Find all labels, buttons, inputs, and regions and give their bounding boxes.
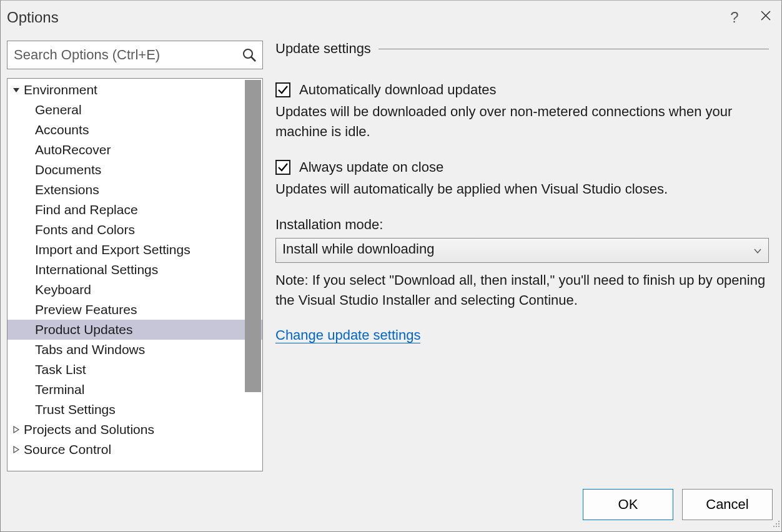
- tree-item-autorecover[interactable]: AutoRecover: [7, 140, 262, 160]
- tree-item-accounts[interactable]: Accounts: [7, 120, 262, 140]
- tree-node-projects[interactable]: Projects and Solutions: [7, 420, 262, 440]
- tree-node-label: Projects and Solutions: [24, 422, 154, 437]
- tree-item-general[interactable]: General: [7, 100, 262, 120]
- tree-item-keyboard[interactable]: Keyboard: [7, 280, 262, 300]
- svg-point-7: [778, 526, 780, 527]
- tree-item-preview-features[interactable]: Preview Features: [7, 300, 262, 320]
- close-icon: [760, 9, 772, 26]
- tree-node-label: Source Control: [24, 442, 111, 457]
- help-button[interactable]: ?: [719, 2, 750, 33]
- options-tree[interactable]: Environment General Accounts AutoRecover…: [7, 78, 263, 471]
- svg-point-4: [778, 523, 780, 525]
- tree-item-find-and-replace[interactable]: Find and Replace: [7, 200, 262, 220]
- scrollbar-thumb[interactable]: [245, 80, 261, 392]
- install-mode-value: Install while downloading: [282, 241, 434, 257]
- svg-point-3: [776, 523, 777, 525]
- tree-node-label: Environment: [24, 82, 97, 97]
- chevron-right-icon: [11, 426, 21, 433]
- section-header: Update settings: [275, 41, 769, 57]
- tree-node-source-control[interactable]: Source Control: [7, 440, 262, 460]
- change-update-settings-link[interactable]: Change update settings: [275, 327, 420, 343]
- update-on-close-checkbox[interactable]: [275, 160, 290, 175]
- dialog-title: Options: [7, 9, 719, 26]
- left-panel: Environment General Accounts AutoRecover…: [7, 41, 263, 471]
- update-on-close-desc: Updates will automatically be applied wh…: [275, 179, 769, 199]
- chevron-right-icon: [11, 446, 21, 453]
- divider: [379, 49, 769, 49]
- install-mode-note: Note: If you select "Download all, then …: [275, 270, 769, 310]
- settings-panel: Update settings Automatically download u…: [275, 41, 775, 471]
- svg-point-2: [778, 521, 780, 522]
- install-mode-label: Installation mode:: [275, 217, 769, 233]
- tree-item-documents[interactable]: Documents: [7, 160, 262, 180]
- svg-point-0: [244, 49, 252, 58]
- cancel-button[interactable]: Cancel: [682, 489, 773, 520]
- tree-item-product-updates[interactable]: Product Updates: [7, 320, 262, 340]
- tree-item-fonts-and-colors[interactable]: Fonts and Colors: [7, 220, 262, 240]
- help-icon: ?: [730, 9, 738, 26]
- section-title: Update settings: [275, 41, 371, 57]
- options-dialog: Options ?: [0, 0, 782, 532]
- auto-download-desc: Updates will be downloaded only over non…: [275, 102, 769, 142]
- update-on-close-label: Always update on close: [299, 159, 443, 175]
- search-input[interactable]: [7, 41, 263, 69]
- svg-point-5: [773, 526, 775, 527]
- auto-download-checkbox[interactable]: [275, 82, 290, 97]
- install-mode-select[interactable]: Install while downloading: [275, 238, 769, 263]
- tree-item-task-list[interactable]: Task List: [7, 360, 262, 380]
- titlebar: Options ?: [1, 1, 781, 34]
- search-icon: [242, 47, 257, 62]
- tree-item-extensions[interactable]: Extensions: [7, 180, 262, 200]
- close-button[interactable]: [750, 2, 781, 33]
- tree-item-trust-settings[interactable]: Trust Settings: [7, 400, 262, 420]
- svg-line-1: [251, 57, 255, 61]
- svg-point-6: [776, 526, 777, 527]
- auto-download-label: Automatically download updates: [299, 82, 497, 98]
- resize-grip-icon[interactable]: [771, 519, 780, 530]
- ok-button[interactable]: OK: [583, 489, 673, 520]
- tree-node-environment[interactable]: Environment: [7, 80, 262, 100]
- tree-item-terminal[interactable]: Terminal: [7, 380, 262, 400]
- tree-item-international[interactable]: International Settings: [7, 260, 262, 280]
- checkmark-icon: [277, 84, 289, 96]
- checkmark-icon: [277, 162, 289, 173]
- chevron-down-icon: [11, 86, 21, 94]
- tree-item-tabs-and-windows[interactable]: Tabs and Windows: [7, 340, 262, 360]
- tree-item-import-and-export[interactable]: Import and Export Settings: [7, 240, 262, 260]
- dialog-footer: OK Cancel: [583, 489, 773, 520]
